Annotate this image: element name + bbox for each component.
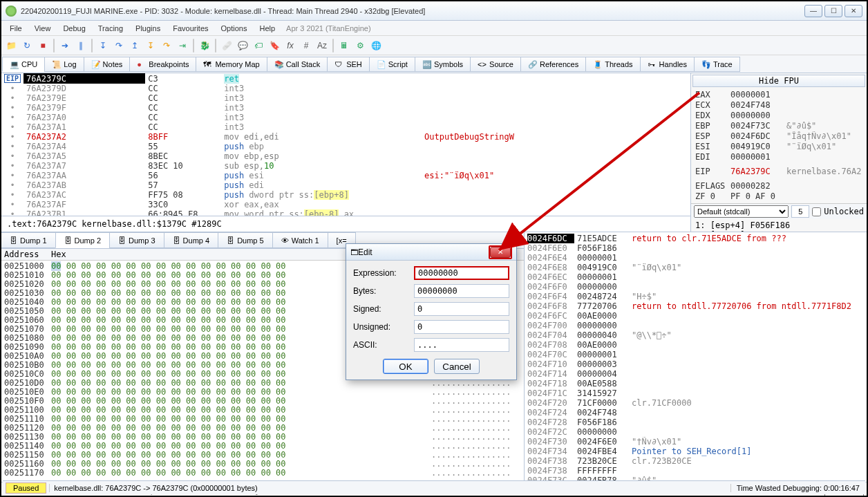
variables-icon[interactable]: # — [299, 39, 313, 53]
menu-help[interactable]: Help — [254, 23, 281, 34]
bookmarks-icon[interactable]: 🔖 — [267, 39, 281, 53]
field-bytes-label: Bytes: — [353, 286, 408, 296]
functions-icon[interactable]: fx — [283, 39, 297, 53]
tab-source[interactable]: <>Source — [470, 57, 521, 72]
status-time: Time Wasted Debugging: 0:00:16:47 — [730, 484, 865, 492]
menu-view[interactable]: View — [29, 23, 57, 34]
menu-debug[interactable]: Debug — [57, 23, 91, 34]
pause-icon[interactable]: ∥ — [74, 39, 88, 53]
tab-seh[interactable]: 🛡SEH — [327, 57, 370, 72]
tab-script[interactable]: 📄Script — [369, 57, 415, 72]
tab-dump2[interactable]: 🗄Dump 2 — [55, 232, 111, 248]
dump-icon: 🗄 — [173, 236, 180, 245]
tab-log[interactable]: 📜Log — [44, 57, 84, 72]
field-expression-input[interactable] — [414, 266, 509, 280]
tab-trace[interactable]: 👣Trace — [694, 57, 740, 72]
script-icon: 📄 — [377, 60, 385, 68]
dump-icon: 🗄 — [10, 236, 17, 245]
labels-icon[interactable]: 🏷 — [252, 39, 265, 53]
tab-dump5[interactable]: 🗄Dump 5 — [218, 232, 273, 248]
strings-icon[interactable]: Az — [315, 39, 329, 53]
sym-icon: 🔤 — [422, 60, 431, 68]
dump-icon: 🗄 — [64, 236, 72, 245]
titlebar: 220420200119_FUJI MARINE.exe - PID: 3032… — [1, 1, 867, 21]
settings-icon[interactable]: ⚙ — [353, 39, 367, 53]
field-unsigned-label: Unsigned: — [353, 322, 408, 332]
reference-text: .text:76A2379C kernelbase.dll:$1379C #12… — [1, 216, 690, 232]
cpu-icon: 💻 — [10, 60, 18, 68]
menu-favourites[interactable]: Favourites — [167, 23, 214, 34]
stack-icon: 📚 — [274, 60, 283, 68]
menu-options[interactable]: Options — [216, 23, 253, 34]
tab-dump4[interactable]: 🗄Dump 4 — [164, 232, 219, 248]
tab-dump1[interactable]: 🗄Dump 1 — [1, 232, 56, 248]
bp-icon: ● — [137, 60, 145, 68]
edit-dialog: 🗔 Edit ✕ Expression: Bytes: Signed: Unsi… — [346, 243, 517, 380]
field-ascii-label: ASCII: — [353, 340, 408, 350]
menu-plugins[interactable]: Plugins — [130, 23, 166, 34]
field-signed-input[interactable] — [414, 302, 509, 316]
menu-file[interactable]: File — [4, 23, 28, 34]
mem-icon: 🗺 — [203, 60, 211, 68]
tab-memorymap[interactable]: 🗺Memory Map — [196, 57, 267, 72]
traceinto-icon[interactable]: ↧ — [144, 39, 158, 53]
dump-icon: 🗄 — [227, 236, 234, 245]
status-mid: kernelbase.dll: 76A2379C -> 76A2379C (0x… — [49, 484, 730, 492]
thr-icon: 🧵 — [593, 60, 601, 68]
tab-breakpoints[interactable]: ●Breakpoints — [129, 57, 196, 72]
stop-icon[interactable]: ■ — [36, 39, 50, 53]
unlocked-checkbox[interactable] — [812, 207, 821, 216]
tab-handles[interactable]: 🗝Handles — [640, 57, 695, 72]
field-unsigned-input[interactable] — [414, 320, 509, 334]
field-signed-label: Signed: — [353, 304, 408, 314]
tab-cpu[interactable]: 💻CPU — [2, 57, 45, 72]
ok-button[interactable]: OK — [383, 359, 428, 374]
run-icon[interactable]: ➔ — [58, 39, 72, 53]
dialog-icon: 🗔 — [350, 248, 358, 256]
scylla-icon[interactable]: 🐉 — [198, 39, 211, 53]
online-icon[interactable]: 🌐 — [369, 39, 383, 53]
stack-view[interactable]: 0024F6DC71E5ADCEreturn to clr.71E5ADCE f… — [525, 232, 867, 482]
view-tabs: 💻CPU 📜Log 📝Notes ●Breakpoints 🗺Memory Ma… — [1, 55, 867, 73]
field-expression-label: Expression: — [353, 268, 408, 278]
restart-icon[interactable]: ↻ — [20, 39, 34, 53]
stepout-icon[interactable]: ↥ — [128, 39, 142, 53]
patches-icon[interactable]: 🩹 — [220, 39, 234, 53]
disassembly-view[interactable]: EIP76A2379CC3ret•76A2379DCCint3•76A2379E… — [1, 73, 690, 216]
comments-icon[interactable]: 💬 — [236, 39, 249, 53]
seh-icon: 🛡 — [334, 60, 343, 68]
ref-icon: 🔗 — [528, 60, 536, 68]
watch-icon: 👁 — [281, 236, 289, 245]
esp-dump[interactable]: 1: [esp+4] F056F1862: [esp+8] 000000013:… — [691, 219, 867, 232]
stepover-icon[interactable]: ↷ — [112, 39, 126, 53]
maximize-button[interactable]: ☐ — [824, 5, 842, 17]
hide-fpu-button[interactable]: Hide FPU — [692, 75, 865, 87]
tab-notes[interactable]: 📝Notes — [84, 57, 131, 72]
field-bytes-input[interactable] — [414, 284, 509, 298]
src-icon: <> — [478, 60, 486, 68]
trace-icon: 👣 — [701, 60, 710, 68]
menu-tracing[interactable]: Tracing — [93, 23, 129, 34]
dialog-close-button[interactable]: ✕ — [490, 247, 511, 258]
dump-icon: 🗄 — [118, 236, 126, 245]
menubar: File View Debug Tracing Plugins Favourit… — [1, 21, 867, 36]
open-icon[interactable]: 📁 — [4, 39, 18, 53]
tab-references[interactable]: 🔗References — [520, 57, 586, 72]
cancel-button[interactable]: Cancel — [434, 359, 480, 374]
unlocked-label: Unlocked — [824, 207, 864, 216]
runtouser-icon[interactable]: ⇥ — [176, 39, 189, 53]
tab-threads[interactable]: 🧵Threads — [585, 57, 640, 72]
traceover-icon[interactable]: ↷ — [160, 39, 173, 53]
tab-dump3[interactable]: 🗄Dump 3 — [109, 232, 164, 248]
args-count[interactable] — [791, 205, 809, 218]
tab-watch1[interactable]: 👁Watch 1 — [272, 232, 328, 248]
minimize-button[interactable]: — — [804, 5, 822, 17]
calling-convention-select[interactable]: Default (stdcall) — [694, 205, 789, 218]
tab-symbols[interactable]: 🔤Symbols — [415, 57, 471, 72]
close-button[interactable]: ✕ — [845, 5, 862, 17]
calc-icon[interactable]: 🖩 — [337, 39, 351, 53]
tab-callstack[interactable]: 📚Call Stack — [267, 57, 328, 72]
engine-info: Apr 3 2021 (TitanEngine) — [286, 24, 371, 32]
field-ascii-input[interactable] — [414, 338, 509, 352]
stepinto-icon[interactable]: ↧ — [96, 39, 110, 53]
